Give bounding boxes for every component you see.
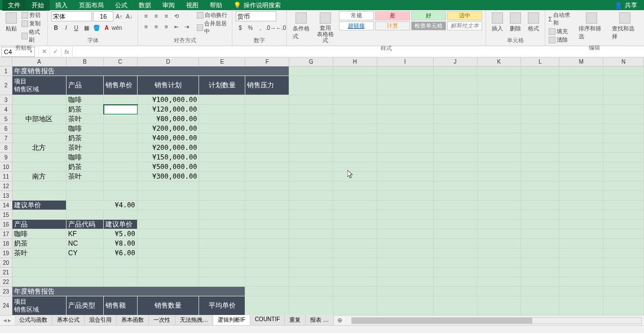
cell[interactable]: [289, 153, 333, 162]
select-all-corner[interactable]: [0, 57, 12, 66]
cell[interactable]: [245, 296, 289, 316]
sheet-tab[interactable]: 公式与函数: [15, 315, 52, 326]
cell[interactable]: [199, 210, 245, 220]
cell[interactable]: [333, 105, 377, 114]
cell[interactable]: [377, 210, 434, 220]
cell[interactable]: [603, 66, 644, 76]
cell[interactable]: [104, 134, 138, 143]
font-color-button[interactable]: A: [102, 23, 111, 32]
cell[interactable]: [245, 134, 289, 143]
cell[interactable]: 产品代码: [67, 220, 104, 229]
cell[interactable]: [434, 220, 478, 229]
cell[interactable]: [138, 248, 200, 258]
cell[interactable]: [603, 124, 644, 134]
cell[interactable]: [12, 181, 67, 191]
cell[interactable]: [199, 220, 245, 229]
cell[interactable]: [521, 268, 559, 277]
cell[interactable]: [603, 162, 644, 172]
cell[interactable]: [245, 153, 289, 162]
cell[interactable]: [199, 229, 245, 239]
cell[interactable]: [559, 181, 603, 191]
cell[interactable]: [245, 277, 289, 287]
cell[interactable]: [377, 95, 434, 105]
style-normal[interactable]: 常规: [339, 11, 374, 20]
cell[interactable]: [245, 124, 289, 134]
cell[interactable]: [138, 181, 200, 191]
border-button[interactable]: ▦: [82, 23, 91, 32]
cell[interactable]: [333, 95, 377, 105]
cell[interactable]: 茶叶: [12, 248, 67, 258]
cell[interactable]: 项目 销售区域: [12, 76, 67, 95]
cell[interactable]: [559, 162, 603, 172]
cell[interactable]: ¥5.00: [104, 229, 138, 239]
phonetic-button[interactable]: wén: [112, 23, 121, 32]
delete-cells-button[interactable]: 删除: [508, 11, 523, 34]
cell[interactable]: [434, 114, 478, 124]
cell[interactable]: CY: [67, 248, 104, 258]
cell-styles-gallery[interactable]: 常规 差 好 适中 超链接 计算 检查单元格 解释性文本: [339, 11, 482, 30]
align-middle-button[interactable]: ≡: [152, 11, 161, 20]
cell[interactable]: [603, 201, 644, 210]
cell[interactable]: [521, 124, 559, 134]
sheet-nav-first-icon[interactable]: ◂: [3, 317, 7, 324]
decrease-font-button[interactable]: A↓: [125, 12, 134, 21]
cell[interactable]: [559, 229, 603, 239]
cell[interactable]: [333, 210, 377, 220]
cell[interactable]: [559, 172, 603, 181]
cell[interactable]: [377, 162, 434, 172]
format-painter-button[interactable]: 格式刷: [21, 28, 44, 44]
cell[interactable]: [521, 162, 559, 172]
cell[interactable]: 咖啡: [67, 124, 104, 134]
cell[interactable]: [478, 114, 522, 124]
cell[interactable]: [138, 268, 200, 277]
cell[interactable]: [434, 239, 478, 248]
cell[interactable]: [559, 114, 603, 124]
cell[interactable]: [104, 95, 138, 105]
cell[interactable]: [434, 162, 478, 172]
row-header-8[interactable]: 8: [0, 143, 12, 153]
cell[interactable]: [289, 220, 333, 229]
cell[interactable]: ¥80,000.00: [138, 114, 200, 124]
underline-button[interactable]: U: [72, 23, 81, 32]
cell[interactable]: [478, 134, 522, 143]
cell[interactable]: [434, 229, 478, 239]
cell[interactable]: [67, 268, 104, 277]
cell[interactable]: [603, 268, 644, 277]
sheet-tab[interactable]: 基本公式: [52, 315, 85, 326]
cell[interactable]: 产品类型: [67, 296, 104, 316]
cell[interactable]: [333, 134, 377, 143]
tab-data[interactable]: 数据: [133, 0, 157, 11]
tab-help[interactable]: 帮助: [204, 0, 228, 11]
cell[interactable]: [603, 210, 644, 220]
col-header-I[interactable]: I: [377, 57, 434, 66]
cell[interactable]: [138, 201, 200, 210]
style-good[interactable]: 好: [411, 11, 446, 20]
cell[interactable]: [377, 76, 434, 95]
cell[interactable]: [377, 105, 434, 114]
cell[interactable]: [521, 143, 559, 153]
cell[interactable]: [377, 239, 434, 248]
tab-file[interactable]: 文件: [2, 0, 26, 11]
cell[interactable]: [521, 153, 559, 162]
cell[interactable]: [603, 143, 644, 153]
row-headers[interactable]: 123456789101112131415161718192021222324: [0, 66, 12, 316]
percent-button[interactable]: %: [246, 23, 255, 32]
indent-inc-button[interactable]: ⇥: [182, 22, 191, 31]
cell[interactable]: [478, 258, 522, 268]
cell[interactable]: [521, 95, 559, 105]
cell[interactable]: [434, 172, 478, 181]
cell[interactable]: [521, 114, 559, 124]
cell[interactable]: [377, 248, 434, 258]
cell[interactable]: [67, 191, 104, 201]
col-header-F[interactable]: F: [245, 57, 289, 66]
tab-home[interactable]: 开始: [26, 0, 50, 11]
cell[interactable]: 平均单价: [199, 296, 245, 316]
sheet-tab[interactable]: 混合引用: [85, 315, 117, 326]
sheet-nav-last-icon[interactable]: ▸: [8, 317, 11, 324]
cell[interactable]: [289, 76, 333, 95]
cell[interactable]: [559, 95, 603, 105]
cell[interactable]: 年度销售报告: [12, 66, 289, 76]
cell[interactable]: [377, 172, 434, 181]
cell[interactable]: [333, 229, 377, 239]
cell[interactable]: [67, 181, 104, 191]
